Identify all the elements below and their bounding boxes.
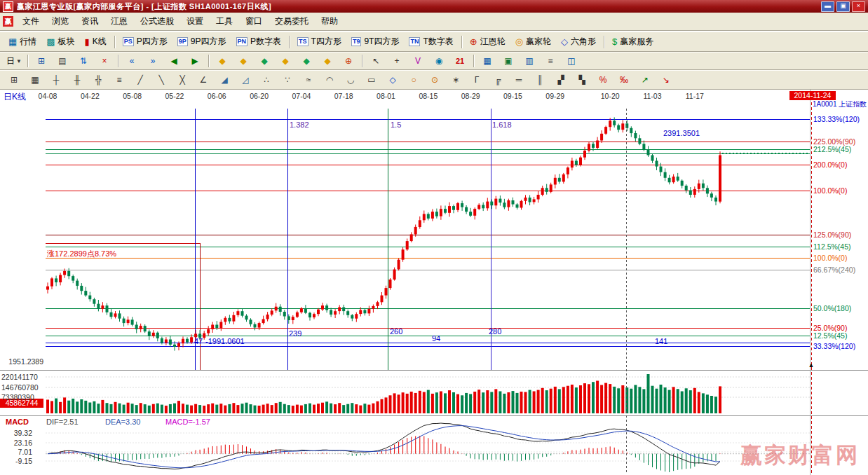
draw-tool-30[interactable]: ‰ — [614, 72, 634, 88]
toolbar-button-winner-service[interactable]: $赢家服务 — [607, 34, 658, 49]
quick-tool-30[interactable]: ≡ — [541, 53, 560, 69]
menu-item-5[interactable]: 公式选股 — [134, 13, 180, 29]
period-selector[interactable]: 日▼ — [4, 53, 24, 69]
toolbar-button-quotes[interactable]: ▦行情 — [4, 34, 41, 49]
draw-tool-12[interactable]: ◿ — [236, 72, 255, 88]
draw-tool-7[interactable]: ╱ — [130, 72, 150, 88]
quick-tool-5[interactable]: ⇅ — [74, 53, 93, 69]
toolbar-button-9t-square[interactable]: T99T四方形 — [346, 34, 405, 49]
quick-tool-25[interactable]: 21 — [450, 53, 470, 69]
draw-tool-23[interactable]: Γ — [467, 72, 487, 88]
draw-tool-26[interactable]: ║ — [530, 72, 550, 88]
volume-bar — [304, 404, 307, 413]
toolbar-button-hexagon[interactable]: ◇六角形 — [556, 34, 601, 49]
toolbar-button-winner-wheel[interactable]: ◎赢家轮 — [510, 34, 556, 49]
quick-tool-24[interactable]: ◉ — [429, 53, 449, 69]
candle — [503, 202, 506, 207]
draw-tool-8[interactable]: ╲ — [151, 72, 171, 88]
toolbar-button-p-square[interactable]: PSP四方形 — [118, 34, 172, 49]
menu-item-8[interactable]: 窗口 — [239, 13, 269, 29]
draw-tool-32[interactable]: ↘ — [656, 72, 676, 88]
draw-tool-15[interactable]: ≈ — [299, 72, 318, 88]
draw-tool-6[interactable]: ≡ — [109, 72, 129, 88]
volume-bar — [186, 405, 189, 413]
quick-tool-11[interactable]: ▶ — [185, 53, 205, 69]
quick-tool-29[interactable]: ▥ — [520, 53, 539, 69]
quick-tool-27[interactable]: ▦ — [477, 53, 497, 69]
quick-tool-19[interactable]: ⊕ — [339, 53, 358, 69]
menu-item-10[interactable]: 帮助 — [315, 13, 344, 29]
draw-tool-13[interactable]: ∴ — [257, 72, 276, 88]
quick-tool-3[interactable]: ⊞ — [32, 53, 51, 69]
candle — [325, 305, 328, 310]
quick-tool-14[interactable]: ◆ — [233, 53, 253, 69]
draw-tool-11[interactable]: ◢ — [215, 72, 234, 88]
quick-tool-31[interactable]: ◫ — [562, 53, 581, 69]
menu-item-2[interactable]: 浏览 — [46, 13, 75, 29]
draw-tool-24[interactable]: ╔ — [488, 72, 508, 88]
menu-item-7[interactable]: 工具 — [210, 13, 239, 29]
quick-tool-23[interactable]: V — [408, 53, 428, 69]
minimize-button[interactable]: ▬ — [821, 1, 834, 12]
quick-tool-10[interactable]: ◀ — [164, 53, 184, 69]
draw-tool-22[interactable]: ∗ — [446, 72, 466, 88]
draw-tool-3[interactable]: ┼ — [46, 72, 66, 88]
quick-tool-17[interactable]: ◆ — [297, 53, 316, 69]
quick-tool-8[interactable]: « — [122, 53, 142, 69]
close-button[interactable]: × — [852, 1, 865, 12]
quick-tool-18[interactable]: ◆ — [318, 53, 337, 69]
candle — [533, 199, 536, 202]
draw-tool-4[interactable]: ╫ — [67, 72, 87, 88]
candle — [101, 305, 104, 309]
draw-tool-1[interactable]: ⊞ — [4, 72, 24, 88]
quick-tool-4[interactable]: ▤ — [53, 53, 72, 69]
volume-bar — [266, 404, 269, 413]
quick-tool-28[interactable]: ▣ — [499, 53, 518, 69]
draw-tool-5[interactable]: ╬ — [88, 72, 108, 88]
toolbar-button-gann-wheel[interactable]: ⊕江恩轮 — [465, 34, 510, 49]
draw-tool-31[interactable]: ↗ — [635, 72, 655, 88]
volume-bar — [198, 405, 201, 413]
draw-tool-28[interactable]: ▚ — [572, 72, 592, 88]
quick-tool-6[interactable]: × — [95, 53, 114, 69]
draw-tool-9[interactable]: ╳ — [172, 72, 192, 88]
toolbar-button-blocks[interactable]: ▩板块 — [41, 34, 79, 49]
draw-tool-25[interactable]: ═ — [509, 72, 529, 88]
draw-tool-2[interactable]: ▦ — [25, 72, 45, 88]
draw-tool-20[interactable]: ○ — [404, 72, 423, 88]
draw-tool-30-icon: ‰ — [620, 75, 628, 85]
menu-item-6[interactable]: 设置 — [180, 13, 210, 29]
candle — [541, 188, 544, 195]
draw-tool-16[interactable]: ◠ — [320, 72, 339, 88]
quick-tool-9[interactable]: » — [143, 53, 163, 69]
volume-bar — [592, 382, 595, 413]
quick-tool-15[interactable]: ◆ — [255, 53, 274, 69]
draw-tool-27[interactable]: ▞ — [551, 72, 571, 88]
title-bar[interactable]: 赢 赢家江恩专业版[赢家内部服务平台] - [上证指数 SH1A0001-167… — [0, 0, 868, 13]
draw-tool-21[interactable]: ⊙ — [425, 72, 445, 88]
toolbar-button-t-square[interactable]: TST四方形 — [292, 34, 346, 49]
t-square-icon: TS — [297, 37, 308, 46]
maximize-button[interactable]: ▣ — [836, 1, 850, 12]
toolbar-button-kline[interactable]: ▮K线 — [80, 34, 111, 49]
quick-tool-21[interactable]: ↖ — [366, 53, 386, 69]
volume-bar — [541, 388, 544, 413]
toolbar-button-p-table[interactable]: PNP数字表 — [231, 34, 287, 49]
menu-item-4[interactable]: 江恩 — [104, 13, 134, 29]
draw-tool-17[interactable]: ◡ — [341, 72, 360, 88]
draw-tool-29[interactable]: % — [593, 72, 613, 88]
draw-tool-14[interactable]: ∵ — [278, 72, 297, 88]
draw-tool-19[interactable]: ◇ — [383, 72, 402, 88]
candle — [363, 310, 366, 314]
toolbar-button-t-table[interactable]: TNT数字表 — [404, 34, 458, 49]
menu-item-3[interactable]: 资讯 — [75, 13, 104, 29]
quick-tool-22[interactable]: + — [387, 53, 407, 69]
toolbar-button-9p-square[interactable]: 9P9P四方形 — [172, 34, 231, 49]
draw-tool-18[interactable]: ▭ — [362, 72, 381, 88]
quick-tool-16[interactable]: ◆ — [276, 53, 295, 69]
draw-tool-10[interactable]: ∠ — [194, 72, 213, 88]
menu-item-9[interactable]: 交易委托 — [269, 13, 315, 29]
candle — [144, 326, 147, 331]
menu-item-1[interactable]: 文件 — [16, 13, 46, 29]
quick-tool-13[interactable]: ◆ — [212, 53, 232, 69]
